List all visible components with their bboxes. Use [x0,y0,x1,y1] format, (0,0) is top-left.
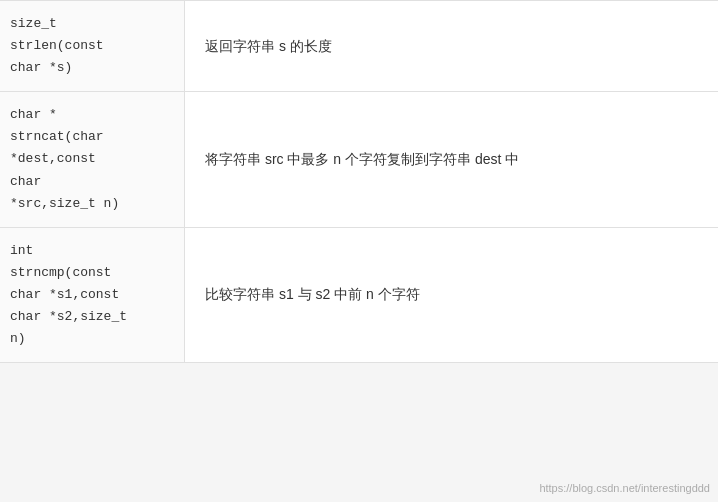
description-cell: 将字符串 src 中最多 n 个字符复制到字符串 dest 中 [185,92,718,226]
code-cell: int strncmp(const char *s1,const char *s… [0,228,185,362]
main-table: size_t strlen(const char *s)返回字符串 s 的长度c… [0,0,718,363]
table-row: int strncmp(const char *s1,const char *s… [0,228,718,363]
code-cell: size_t strlen(const char *s) [0,1,185,91]
description-cell: 比较字符串 s1 与 s2 中前 n 个字符 [185,228,718,362]
description-cell: 返回字符串 s 的长度 [185,1,718,91]
code-cell: char * strncat(char *dest,const char *sr… [0,92,185,226]
table-row: size_t strlen(const char *s)返回字符串 s 的长度 [0,0,718,92]
table-row: char * strncat(char *dest,const char *sr… [0,92,718,227]
